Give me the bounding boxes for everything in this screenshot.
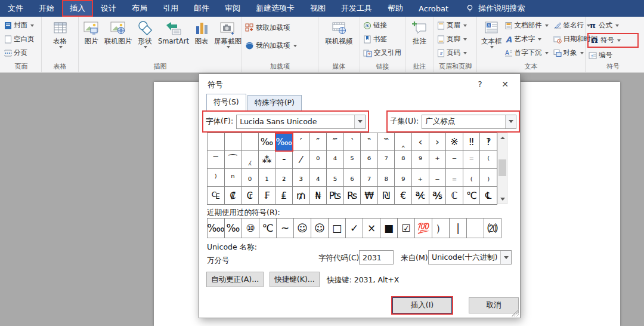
tab-view[interactable]: 视图	[302, 0, 333, 17]
quick-parts-button[interactable]: 文档部件	[503, 19, 550, 32]
symbol-cell[interactable]: ⁼	[463, 151, 481, 169]
symbol-cell[interactable]: ⁴	[327, 151, 344, 169]
footer-button[interactable]: 页脚	[436, 33, 468, 45]
symbol-cell[interactable]: ℀	[412, 187, 429, 205]
symbol-cell[interactable]: ℄	[480, 187, 497, 205]
symbol-cell[interactable]: ₠	[208, 187, 225, 205]
symbol-cell[interactable]: ‴	[327, 133, 344, 151]
recent-symbol-cell[interactable]: ☺	[311, 219, 329, 238]
symbol-cell[interactable]: ‼	[463, 133, 481, 151]
recent-symbol-cell[interactable]: ~	[277, 219, 294, 238]
tab-symbols[interactable]: 符号(S)	[206, 94, 246, 111]
symbol-cell[interactable]: ′	[293, 133, 310, 151]
scroll-down-icon[interactable]	[498, 194, 507, 204]
recent-symbol-cell[interactable]: ‱	[208, 219, 225, 238]
symbol-cell[interactable]: ⁸	[395, 151, 412, 169]
selected-symbol-cell[interactable]: ‱	[275, 133, 293, 151]
chevron-down-icon[interactable]	[505, 115, 516, 128]
bookmark-button[interactable]: 书签	[362, 33, 402, 45]
symbol-cell[interactable]: ₋	[429, 169, 447, 187]
comment-button[interactable]: 批注	[409, 18, 431, 46]
smartart-button[interactable]: SmartArt	[156, 18, 191, 45]
char-code-input[interactable]: 2031	[359, 250, 394, 265]
symbol-cell[interactable]: ₣	[259, 187, 276, 205]
symbol-cell[interactable]: ₥	[293, 187, 310, 205]
numbering-button[interactable]: ± 编号	[587, 49, 639, 61]
recent-symbol-cell[interactable]: ‰	[225, 219, 242, 238]
symbol-cell[interactable]: ⁂	[259, 151, 276, 169]
symbol-cell[interactable]: ₨	[344, 187, 361, 205]
recent-symbol-cell[interactable]: ）	[432, 219, 450, 238]
my-addins-button[interactable]: 我的加载项	[244, 39, 298, 52]
online-pictures-button[interactable]: 联机图片	[102, 18, 134, 46]
symbol-cell[interactable]: ※	[446, 133, 463, 151]
tell-me-search[interactable]: 操作说明搜索	[466, 0, 525, 17]
symbol-cell[interactable]: ₢	[242, 187, 259, 205]
recent-symbol-cell[interactable]: 💯	[415, 219, 432, 238]
symbol-cell[interactable]: ⁄	[293, 151, 310, 169]
symbol-cell[interactable]: ₈	[378, 169, 395, 187]
chart-button[interactable]: 图表	[191, 18, 212, 46]
symbol-cell[interactable]: ›	[429, 133, 447, 151]
symbol-cell[interactable]: ⁷	[378, 151, 395, 169]
tab-help[interactable]: 帮助	[380, 0, 411, 17]
symbol-cell[interactable]: ⁰	[310, 151, 327, 169]
symbol-cell[interactable]: ₎	[480, 169, 497, 187]
symbol-cell[interactable]: ⁺	[429, 151, 447, 169]
symbol-cell[interactable]: ₦	[310, 187, 327, 205]
scroll-up-icon[interactable]	[498, 133, 507, 143]
tab-new-custom[interactable]: 新建选项卡	[248, 0, 302, 17]
symbol-cell[interactable]: ₇	[361, 169, 378, 187]
equation-button[interactable]: π 公式	[587, 19, 639, 32]
online-video-button[interactable]: 联机视频	[323, 18, 355, 46]
symbol-cell[interactable]: ℁	[429, 187, 447, 205]
chevron-down-icon[interactable]	[500, 251, 511, 264]
symbol-grid-scrollbar[interactable]	[497, 133, 507, 204]
symbol-cell[interactable]: ⁀	[225, 151, 242, 169]
symbol-cell[interactable]: ‷	[378, 133, 395, 151]
symbol-cell[interactable]: ‵	[344, 133, 361, 151]
symbol-cell[interactable]: ₪	[378, 187, 395, 205]
symbol-cell[interactable]: ₅	[327, 169, 344, 187]
symbol-button[interactable]: Ω 符号	[587, 33, 639, 48]
symbol-cell[interactable]: ₤	[275, 187, 293, 205]
symbol-cell[interactable]: ‹	[412, 133, 429, 151]
symbol-cell[interactable]: ℂ	[446, 187, 463, 205]
symbol-cell[interactable]: ⁃	[275, 151, 293, 169]
recent-symbol-cell[interactable]	[467, 219, 484, 238]
recent-symbol-cell[interactable]: ⑩	[242, 219, 259, 238]
tab-insert[interactable]: 插入	[62, 0, 93, 17]
tab-references[interactable]: 引用	[155, 0, 186, 17]
symbol-cell[interactable]: ₁	[259, 169, 276, 187]
recent-symbol-cell[interactable]: ☑	[398, 219, 415, 238]
tab-design[interactable]: 设计	[93, 0, 124, 17]
symbol-cell[interactable]: ₄	[310, 169, 327, 187]
resize-grip[interactable]	[512, 309, 519, 316]
table-button[interactable]: 表格	[50, 18, 70, 48]
symbol-cell[interactable]: ‸	[395, 133, 412, 151]
screenshot-button[interactable]: 屏幕截图	[212, 18, 244, 48]
recent-symbol-cell[interactable]: ⒇	[484, 219, 501, 238]
symbol-cell[interactable]: ‾	[208, 151, 225, 169]
symbol-cell[interactable]: ″	[310, 133, 327, 151]
wordart-button[interactable]: A 艺术字	[503, 33, 550, 45]
tab-home[interactable]: 开始	[31, 0, 62, 17]
page-number-button[interactable]: # 页码	[436, 47, 468, 59]
symbol-cell[interactable]: ₌	[446, 169, 463, 187]
symbol-cell[interactable]: ‽	[480, 133, 497, 151]
recent-symbol-cell[interactable]: ×	[363, 219, 380, 238]
symbol-cell[interactable]: ⁿ	[225, 169, 242, 187]
symbol-cell[interactable]: ‶	[361, 133, 378, 151]
symbol-cell[interactable]: ₀	[242, 169, 259, 187]
link-button[interactable]: 链接	[362, 19, 402, 32]
page-break-button[interactable]: 分页	[3, 47, 36, 59]
symbol-cell[interactable]: ₡	[225, 187, 242, 205]
symbol-cell[interactable]: ⁵	[344, 151, 361, 169]
symbol-cell[interactable]: ⁽	[480, 151, 497, 169]
recent-symbol-cell[interactable]: ✓	[346, 219, 363, 238]
symbol-cell[interactable]: ⁹	[412, 151, 429, 169]
drop-cap-button[interactable]: A 首字下沉	[503, 47, 550, 59]
symbol-cell[interactable]: ₊	[412, 169, 429, 187]
autocorrect-button[interactable]: 自动更正(A)...	[206, 272, 264, 287]
symbol-cell[interactable]: ₂	[275, 169, 293, 187]
